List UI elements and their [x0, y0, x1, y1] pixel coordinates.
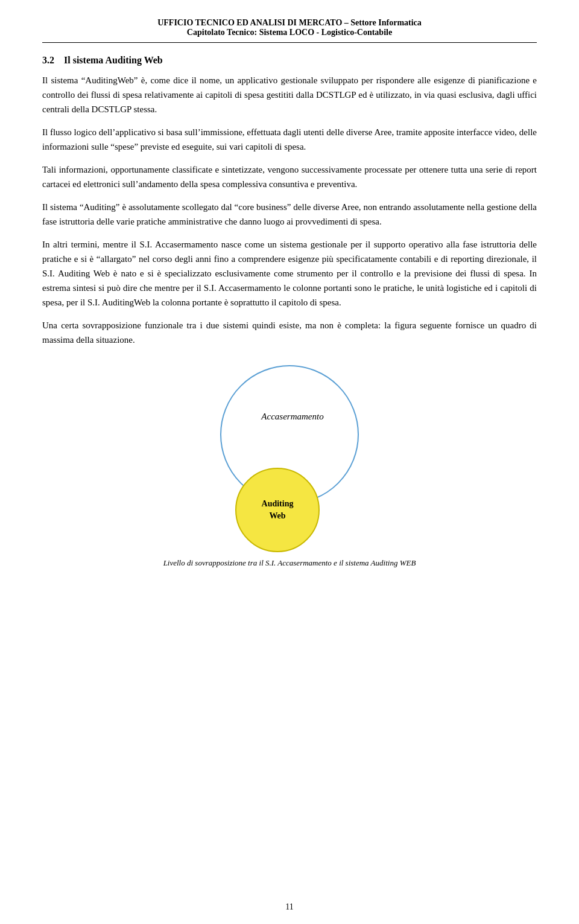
paragraph-6: Una certa sovrapposizione funzionale tra… — [42, 318, 537, 347]
diagram: Accasermamento AuditingWeb Livello di so… — [42, 365, 537, 568]
page-number: 11 — [0, 902, 579, 912]
section-title: 3.2 Il sistema Auditing Web — [42, 55, 537, 66]
section-heading: Il sistema Auditing Web — [64, 55, 163, 65]
circles-wrapper: Accasermamento AuditingWeb — [199, 365, 380, 552]
paragraph-2: Il flusso logico dell’applicativo si bas… — [42, 125, 537, 154]
header-line2: Capitolato Tecnico: Sistema LOCO - Logis… — [42, 28, 537, 37]
paragraph-4: Il sistema “Auditing” è assolutamente sc… — [42, 200, 537, 229]
diagram-caption: Livello di sovrapposizione tra il S.I. A… — [163, 558, 416, 568]
page: UFFICIO TECNICO ED ANALISI DI MERCATO – … — [0, 0, 579, 924]
paragraph-3: Tali informazioni, opportunamente classi… — [42, 162, 537, 191]
header-line1: UFFICIO TECNICO ED ANALISI DI MERCATO – … — [42, 18, 537, 28]
paragraph-5: In altri termini, mentre il S.I. Accaser… — [42, 237, 537, 310]
paragraph-1: Il sistema “AuditingWeb” è, come dice il… — [42, 73, 537, 116]
section-number: 3.2 — [42, 55, 54, 65]
inner-circle: AuditingWeb — [235, 468, 320, 552]
outer-circle-label: Accasermamento — [255, 412, 323, 458]
inner-circle-label: AuditingWeb — [262, 498, 294, 521]
page-header: UFFICIO TECNICO ED ANALISI DI MERCATO – … — [42, 18, 537, 43]
